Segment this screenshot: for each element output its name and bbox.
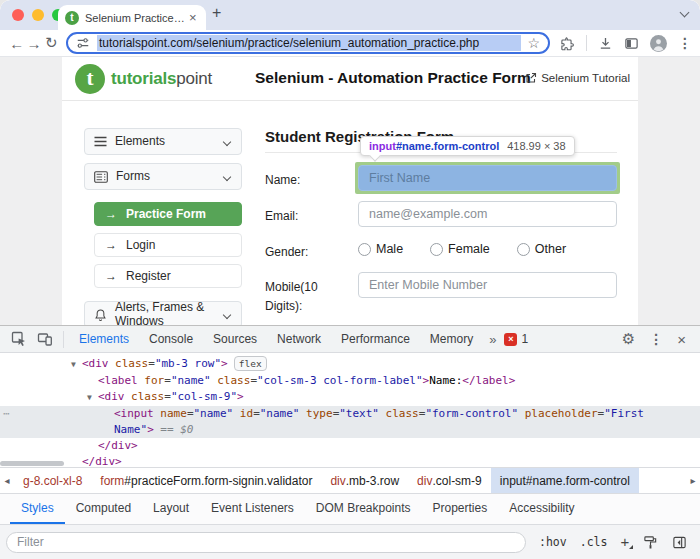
mobile-input[interactable]: Enter Mobile Number <box>358 272 617 298</box>
crumbs-list: g-8.col-xl-8form#practiceForm.form-signi… <box>14 468 686 493</box>
extensions-icon[interactable] <box>560 36 575 51</box>
breadcrumb-div-mb-3-row[interactable]: div.mb-3.row <box>321 468 408 493</box>
radio-icon[interactable] <box>430 243 443 256</box>
url-text[interactable]: tutorialspoint.com/selenium/practice/sel… <box>97 35 521 51</box>
sidebar-item-login[interactable]: →Login <box>94 233 242 257</box>
devtools-tab-console[interactable]: Console <box>139 326 203 352</box>
page-card: t tutorialspoint Selenium - Automation P… <box>62 57 638 325</box>
subtab-accessibility[interactable]: Accessibility <box>498 494 585 524</box>
browser-menu-kebab-icon[interactable]: ⋮ <box>678 35 692 51</box>
devtools-tabs: ElementsConsoleSourcesNetworkPerformance… <box>69 326 483 352</box>
expand-arrow-icon[interactable]: ▼ <box>87 390 98 406</box>
dom-line-menu-icon[interactable]: ⋯ <box>3 406 9 422</box>
dom-tree-line[interactable]: </div> <box>0 438 700 454</box>
subtab-event-listeners[interactable]: Event Listeners <box>200 494 305 524</box>
profile-avatar[interactable] <box>650 35 667 52</box>
breadcrumb-div-col-sm-9[interactable]: div.col-sm-9 <box>408 468 491 493</box>
subtab-layout[interactable]: Layout <box>142 494 200 524</box>
devtools-panel: ElementsConsoleSourcesNetworkPerformance… <box>0 325 700 559</box>
name-input[interactable]: First Name <box>358 165 617 191</box>
toolbar-divider <box>586 35 587 51</box>
gender-radio-female[interactable]: Female <box>430 242 490 256</box>
sidebar-section-label: Forms <box>116 170 224 184</box>
dom-tree-line[interactable]: Name"> == $0 <box>0 422 700 438</box>
sidebar-section-elements[interactable]: Elements <box>84 128 242 155</box>
inspect-element-icon[interactable] <box>11 331 27 347</box>
element-classes-button[interactable]: .cls <box>580 535 608 549</box>
address-bar[interactable]: tutorialspoint.com/selenium/practice/sel… <box>66 32 550 54</box>
bookmark-star-icon[interactable]: ☆ <box>527 35 540 51</box>
breadcrumb-input-name-form-control[interactable]: input#name.form-control <box>491 468 639 493</box>
downloads-icon[interactable] <box>598 36 613 51</box>
devtools-tab-sources[interactable]: Sources <box>203 326 267 352</box>
browser-tab[interactable]: t Selenium Practice - Student F × <box>58 5 206 30</box>
radio-icon[interactable] <box>517 243 530 256</box>
breadcrumb-form-practiceform-form-signin-validator[interactable]: form#practiceForm.form-signin.validator <box>91 468 321 493</box>
sidebar-item-register[interactable]: →Register <box>94 264 242 288</box>
arrow-right-icon: → <box>105 269 117 283</box>
tab-close-icon[interactable]: × <box>189 12 197 24</box>
subtab-styles[interactable]: Styles <box>10 494 65 524</box>
reload-button[interactable]: ↻ <box>43 34 60 52</box>
devtools-menu-kebab-icon[interactable]: ⋮ <box>649 331 663 347</box>
toggle-element-state-button[interactable]: :hov <box>539 535 567 549</box>
devtools-tab-memory[interactable]: Memory <box>420 326 483 352</box>
toolbar-separator <box>63 331 64 348</box>
chevron-down-icon <box>223 172 231 180</box>
dom-breadcrumbs: ◂ g-8.col-xl-8form#practiceForm.form-sig… <box>0 467 700 493</box>
devtools-tab-performance[interactable]: Performance <box>331 326 420 352</box>
new-style-rule-button[interactable]: + <box>620 535 629 549</box>
sidebar-item-practice-form[interactable]: →Practice Form <box>94 202 242 226</box>
forward-button[interactable]: → <box>25 35 42 52</box>
selenium-tutorial-link[interactable]: Selenium Tutorial <box>525 72 630 84</box>
subtab-dom-breakpoints[interactable]: DOM Breakpoints <box>305 494 422 524</box>
tab-search-chevron-icon[interactable] <box>680 8 690 18</box>
tutorialspoint-logo[interactable]: t tutorialspoint <box>75 64 212 94</box>
inspect-highlight-overlay: First Name <box>355 162 620 194</box>
gender-label: Gender: <box>265 237 358 262</box>
chevron-down-icon <box>223 310 231 318</box>
inspect-tooltip: input#name.form-control418.99 × 38 <box>360 136 575 156</box>
tune-icon[interactable] <box>76 36 90 50</box>
dom-tree-line[interactable]: ▼<div class="col-sm-9"> <box>0 389 700 406</box>
devtools-close-icon[interactable]: × <box>677 331 686 348</box>
gender-radio-male[interactable]: Male <box>358 242 403 256</box>
crumbs-scroll-right-icon[interactable]: ▸ <box>686 468 700 493</box>
sidebar-section-alerts-frames-windows[interactable]: Alerts, Frames & Windows <box>84 301 242 325</box>
email-input[interactable]: name@example.com <box>358 201 617 227</box>
dom-tree-line[interactable]: ▼<div class="mb-3 row">flex <box>0 356 700 373</box>
devtools-tab-network[interactable]: Network <box>267 326 331 352</box>
computed-sidebar-toggle-icon[interactable] <box>672 535 687 550</box>
radio-icon[interactable] <box>358 243 371 256</box>
devtools-toolbar: ElementsConsoleSourcesNetworkPerformance… <box>0 326 700 353</box>
rendering-emulations-icon[interactable] <box>643 535 658 550</box>
flex-adorner-badge[interactable]: flex <box>234 356 267 371</box>
more-tabs-button[interactable]: » <box>483 332 502 347</box>
devtools-settings-gear-icon[interactable]: ⚙ <box>622 330 635 348</box>
side-panel-icon[interactable] <box>624 36 639 51</box>
dom-tree-line[interactable]: </div> <box>0 454 700 467</box>
expand-arrow-icon[interactable]: ▼ <box>71 357 82 373</box>
dom-tree-line[interactable]: ⋯<input name="name" id="name" type="text… <box>0 406 700 422</box>
styles-filter-input[interactable]: Filter <box>6 532 526 553</box>
breadcrumb-g-8-col-xl-8[interactable]: g-8.col-xl-8 <box>14 468 91 493</box>
subtab-computed[interactable]: Computed <box>65 494 142 524</box>
back-button[interactable]: ← <box>8 35 25 52</box>
gender-radio-other[interactable]: Other <box>517 242 566 256</box>
devtools-tab-elements[interactable]: Elements <box>69 326 139 352</box>
new-tab-button[interactable]: + <box>212 4 221 22</box>
crumbs-scroll-left-icon[interactable]: ◂ <box>0 468 14 493</box>
close-window-button[interactable] <box>12 9 24 21</box>
tab-title: Selenium Practice - Student F <box>85 12 187 24</box>
minimize-window-button[interactable] <box>32 9 44 21</box>
styles-filter-bar: Filter :hov .cls + <box>0 524 700 559</box>
tooltip-selector-rest: #name.form-control <box>396 140 499 152</box>
subtab-properties[interactable]: Properties <box>422 494 499 524</box>
tab-strip: t Selenium Practice - Student F × + <box>0 0 700 30</box>
sidebar-section-forms[interactable]: Forms <box>84 163 242 190</box>
device-toolbar-icon[interactable] <box>37 331 53 347</box>
error-count-badge[interactable]: × 1 <box>504 332 528 346</box>
wordmark-bold: tutorials <box>111 69 176 88</box>
radio-label: Female <box>448 242 490 256</box>
dom-tree-line[interactable]: <label for="name" class="col-sm-3 col-fo… <box>0 373 700 389</box>
